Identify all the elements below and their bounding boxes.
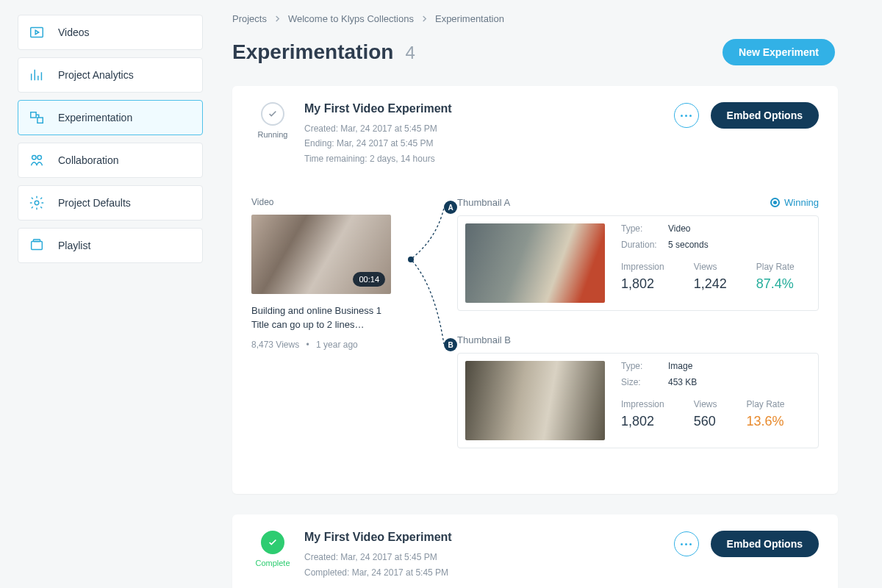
sidebar-item-experimentation[interactable]: Experimentation xyxy=(18,100,203,135)
stat-label: Play Rate xyxy=(746,399,784,409)
gear-icon xyxy=(29,195,45,211)
kv-key: Duration: xyxy=(621,240,668,250)
status-running-icon xyxy=(261,102,284,126)
sidebar-item-label: Playlist xyxy=(58,240,90,251)
variant-a-thumbnail xyxy=(465,223,605,303)
breadcrumb-collection[interactable]: Welcome to Klyps Collections xyxy=(288,13,414,24)
stat-label: Play Rate xyxy=(756,262,795,272)
sidebar-item-videos[interactable]: Videos xyxy=(18,15,203,50)
sidebar-item-defaults[interactable]: Project Defaults xyxy=(18,185,203,220)
variant-a-card[interactable]: Type:Video Duration:5 seconds Impression… xyxy=(457,215,819,311)
experiment-icon xyxy=(29,110,45,126)
playlist-icon xyxy=(29,237,45,254)
embed-options-button[interactable]: Embed Options xyxy=(711,531,819,557)
svg-point-4 xyxy=(37,156,41,160)
sidebar-item-playlist[interactable]: Playlist xyxy=(18,228,203,263)
video-meta: 8,473 Views • 1 year ago xyxy=(251,340,413,350)
kv-val: 5 seconds xyxy=(668,240,709,250)
sidebar: Videos Project Analytics Experimentation… xyxy=(0,0,220,588)
kv-val: Image xyxy=(668,361,692,371)
kv-key: Type: xyxy=(621,361,668,371)
stat-label: Impression xyxy=(621,399,664,409)
status-label: Complete xyxy=(251,559,294,567)
svg-rect-6 xyxy=(32,242,43,250)
video-icon xyxy=(29,24,45,40)
kv-key: Type: xyxy=(621,223,668,234)
svg-rect-1 xyxy=(31,112,36,118)
winning-badge: Winning xyxy=(770,197,819,208)
chevron-right-icon xyxy=(421,15,428,22)
analytics-icon xyxy=(29,67,45,83)
sidebar-item-collaboration[interactable]: Collaboration xyxy=(18,143,203,178)
experiment-completed: Completed: Mar, 24 2017 at 5:45 PM xyxy=(304,565,674,580)
winning-label: Winning xyxy=(784,197,819,208)
video-age: 1 year ago xyxy=(316,340,358,350)
new-experiment-button[interactable]: New Experiment xyxy=(723,39,835,65)
sidebar-item-label: Collaboration xyxy=(58,154,119,166)
page-title: Experimentation xyxy=(232,40,393,64)
video-title: Building and online Business 1 Title can… xyxy=(251,304,387,332)
svg-rect-7 xyxy=(33,240,40,242)
variant-b-thumbnail xyxy=(465,361,605,440)
experiment-title: My First Video Experiment xyxy=(304,102,674,115)
stat-value-playrate: 87.4% xyxy=(756,276,795,292)
svg-rect-0 xyxy=(31,28,43,37)
stat-value-playrate: 13.6% xyxy=(746,414,784,429)
status-label: Running xyxy=(251,130,294,139)
more-options-button[interactable] xyxy=(674,531,699,556)
experiment-remaining: Time remaining: 2 days, 14 hours xyxy=(304,151,674,166)
kv-val: 453 KB xyxy=(668,377,697,387)
chevron-right-icon xyxy=(274,15,281,22)
experiment-title: My First Video Experiment xyxy=(304,531,674,544)
kv-key: Size: xyxy=(621,377,668,387)
status-column: Running xyxy=(251,102,294,139)
svg-point-5 xyxy=(35,201,39,205)
target-icon xyxy=(770,198,780,207)
sidebar-item-label: Videos xyxy=(58,26,90,38)
status-complete-icon xyxy=(261,531,284,554)
embed-options-button[interactable]: Embed Options xyxy=(711,102,819,129)
kv-val: Video xyxy=(668,223,690,234)
source-video-column: Video 00:14 Building and online Business… xyxy=(251,197,413,350)
breadcrumb-projects[interactable]: Projects xyxy=(232,13,267,24)
main-content: Projects Welcome to Klyps Collections Ex… xyxy=(220,0,882,588)
sidebar-item-label: Experimentation xyxy=(58,112,132,123)
sidebar-item-analytics[interactable]: Project Analytics xyxy=(18,57,203,93)
experiment-count: 4 xyxy=(405,43,415,63)
experiment-ending: Ending: Mar, 24 2017 at 5:45 PM xyxy=(304,136,674,151)
breadcrumb: Projects Welcome to Klyps Collections Ex… xyxy=(232,13,838,24)
video-duration-pill: 00:14 xyxy=(353,272,385,287)
variant-a-header: Thumbnail A xyxy=(457,197,510,208)
stat-value: 1,242 xyxy=(694,276,727,292)
experiment-created: Created: Mar, 24 2017 at 5:45 PM xyxy=(304,550,674,564)
experiment-card-running: Running My First Video Experiment Create… xyxy=(232,86,838,494)
stat-label: Views xyxy=(694,262,727,272)
status-column: Complete xyxy=(251,531,294,567)
video-thumbnail[interactable]: 00:14 xyxy=(251,215,391,294)
breadcrumb-experimentation[interactable]: Experimentation xyxy=(435,13,504,24)
stat-value: 560 xyxy=(694,414,717,429)
experiment-created: Created: Mar, 24 2017 at 5:45 PM xyxy=(304,121,674,136)
stat-label: Views xyxy=(694,399,717,409)
stat-label: Impression xyxy=(621,262,664,272)
video-section-label: Video xyxy=(251,197,413,207)
stat-value: 1,802 xyxy=(621,414,664,429)
variant-b-card[interactable]: Type:Image Size:453 KB Impression1,802 V… xyxy=(457,353,819,448)
variant-b-header: Thumbnail B xyxy=(457,334,511,345)
sidebar-item-label: Project Defaults xyxy=(58,197,131,209)
video-views: 8,473 Views xyxy=(251,340,299,350)
svg-point-3 xyxy=(32,156,37,160)
experiment-card-complete: Complete My First Video Experiment Creat… xyxy=(232,514,838,588)
svg-rect-2 xyxy=(37,118,43,123)
collaboration-icon xyxy=(29,152,45,168)
sidebar-item-label: Project Analytics xyxy=(58,69,134,81)
page-header: Experimentation 4 New Experiment xyxy=(232,39,838,65)
more-options-button[interactable] xyxy=(674,103,699,128)
stat-value: 1,802 xyxy=(621,276,664,292)
